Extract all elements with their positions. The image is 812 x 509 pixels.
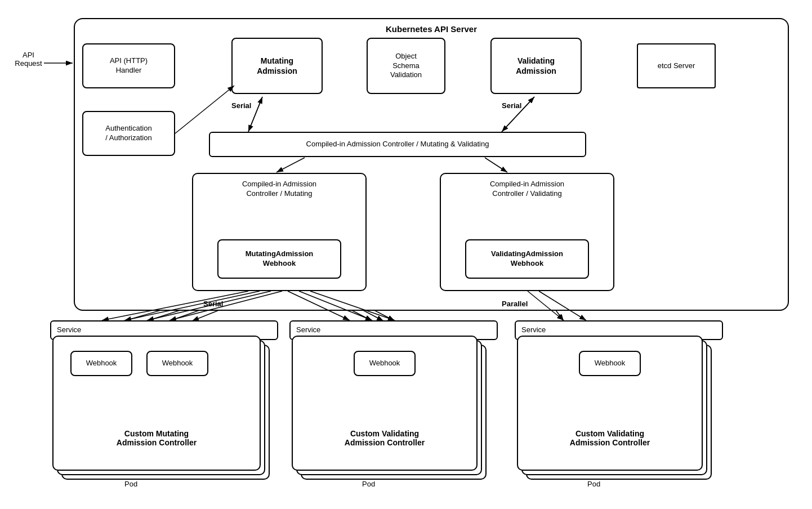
validating-admission-label: ValidatingAdmission <box>516 56 556 76</box>
auth-label: Authentication/ Authorization <box>105 124 151 143</box>
object-schema-box: ObjectSchemaValidation <box>367 38 445 94</box>
webhook3-label: Webhook <box>369 359 400 368</box>
k8s-server-label: Kubernetes API Server <box>386 24 477 35</box>
object-schema-label: ObjectSchemaValidation <box>390 52 422 81</box>
pod3-label: Pod <box>587 480 600 488</box>
api-handler-label: API (HTTP)Handler <box>110 56 148 75</box>
api-request-label: APIRequest <box>13 51 44 68</box>
serial-label-1: Serial <box>231 101 251 110</box>
diagram-container: APIRequest Kubernetes API Server API (HT… <box>12 7 800 502</box>
mutating-webhook-box: MutatingAdmissionWebhook <box>217 239 341 279</box>
webhook2-box: Webhook <box>146 351 208 376</box>
pod1-label: Pod <box>124 480 137 488</box>
webhook2-label: Webhook <box>162 359 193 368</box>
compiled-mutating-label: Compiled-in AdmissionController / Mutati… <box>242 180 316 199</box>
etcd-box: etcd Server <box>637 43 716 88</box>
compiled-mutating-outer-box: Compiled-in AdmissionController / Mutati… <box>192 173 367 291</box>
pod2-label: Pod <box>362 480 375 488</box>
custom-validating1-label: Custom ValidatingAdmission Controller <box>293 429 476 447</box>
auth-box: Authentication/ Authorization <box>82 111 175 156</box>
webhook3-box: Webhook <box>354 351 416 376</box>
compiled-validating-outer-box: Compiled-in AdmissionController / Valida… <box>440 173 614 291</box>
service1-label: Service <box>57 325 81 335</box>
etcd-label: etcd Server <box>658 61 695 71</box>
validating-admission-box: ValidatingAdmission <box>490 38 582 94</box>
compiled-in-both-label: Compiled-in Admission Controller / Mutat… <box>306 140 489 149</box>
mutating-admission-label: MutatingAdmission <box>257 56 297 76</box>
compiled-in-both-box: Compiled-in Admission Controller / Mutat… <box>209 132 586 157</box>
compiled-validating-label: Compiled-in AdmissionController / Valida… <box>490 180 564 199</box>
custom-mutating-label: Custom MutatingAdmission Controller <box>53 429 260 447</box>
service3-label: Service <box>521 325 546 335</box>
mutating-webhook-label: MutatingAdmissionWebhook <box>246 249 314 269</box>
api-handler-box: API (HTTP)Handler <box>82 43 175 88</box>
serial-label-2: Serial <box>502 101 521 110</box>
webhook4-box: Webhook <box>579 351 641 376</box>
service2-label: Service <box>296 325 320 335</box>
mutating-admission-box: MutatingAdmission <box>231 38 323 94</box>
custom-validating2-label: Custom ValidatingAdmission Controller <box>518 429 702 447</box>
webhook1-box: Webhook <box>70 351 132 376</box>
webhook1-label: Webhook <box>86 359 117 368</box>
validating-webhook-box: ValidatingAdmissionWebhook <box>465 239 589 279</box>
webhook4-label: Webhook <box>595 359 626 368</box>
validating-webhook-label: ValidatingAdmissionWebhook <box>491 249 563 269</box>
serial-bottom-label: Serial <box>203 300 223 308</box>
parallel-bottom-label: Parallel <box>502 300 528 308</box>
